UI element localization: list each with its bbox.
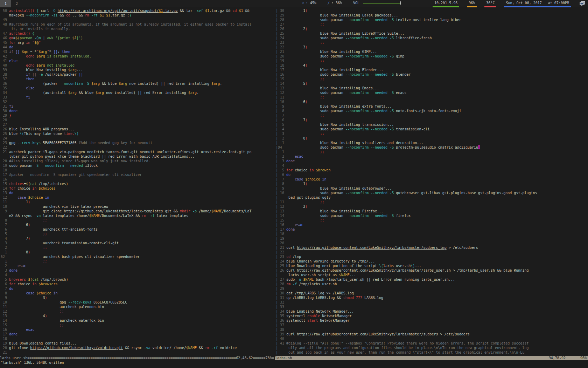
code-segment	[9, 291, 26, 295]
code-segment: > /etc/sudoers	[438, 332, 470, 336]
code-segment: choices	[9, 182, 24, 186]
code-segment: --noconfirm	[41, 164, 64, 168]
temperature-module: 36°C	[484, 0, 496, 7]
code-segment: bash /tmp/larbs_user.sh || red Error whe…	[314, 278, 455, 281]
code-segment: git clone	[9, 346, 30, 350]
code-text: do	[7, 45, 276, 49]
code-text: #packer --noconfirm -S ncpamixer-git spe…	[7, 172, 276, 177]
code-segment: )	[305, 9, 307, 13]
code-segment: --needed	[371, 18, 387, 22]
code-text: git clone https://github.com/lukesmithxy…	[7, 209, 276, 213]
code-segment: 4	[9, 314, 45, 318]
code-segment: -S	[390, 18, 394, 22]
code-line: |5 blue Now installing transmission...	[276, 122, 588, 127]
workspace-2[interactable]: 2	[11, 0, 22, 7]
code-segment: esac	[295, 155, 303, 158]
line-number	[278, 346, 284, 350]
code-segment: $NAME	[303, 278, 314, 281]
code-segment: #Also installing i3lock, since i3-gaps w…	[9, 159, 150, 163]
line-number: 35	[1, 86, 7, 90]
code-text: aurcheck ttf-ancient-fonts	[7, 227, 276, 232]
code-segment: esac	[295, 223, 303, 227]
code-line: 18	[1, 168, 276, 172]
line-number: 26	[1, 127, 7, 131]
code-segment: then	[26, 77, 34, 81]
code-segment: for	[286, 168, 293, 172]
time-text: at 07:00PM	[548, 1, 569, 5]
battery-percent: 96%	[469, 1, 475, 5]
line-number: 7	[278, 113, 284, 118]
code-text: sudo pacman --noconfirm --needed -S emac…	[284, 90, 588, 95]
code-segment: --needed	[371, 127, 387, 131]
code-segment: $choice	[36, 291, 51, 295]
code-line: 22	[1, 145, 276, 150]
code-segment: https://raw.githubusercontent.com/LukeSm…	[297, 246, 446, 250]
line-number: 36	[1, 81, 7, 86]
code-text: blue Now installing extra fonts...	[284, 104, 588, 109]
code-text: sudo pacman -S --noconfirm --needed i3lo…	[7, 163, 276, 168]
code-segment: blue	[9, 132, 20, 136]
code-segment	[286, 41, 320, 45]
line-number: 16	[278, 223, 284, 227]
line-number: 1	[1, 250, 7, 254]
code-segment: arg	[15, 41, 26, 45]
code-segment: && rsync	[123, 346, 144, 350]
code-segment: 6	[286, 100, 305, 104]
code-segment: /tmp/larbs_user.sh	[297, 282, 337, 286]
code-segment: echo	[26, 63, 34, 67]
code-segment: ;;	[320, 95, 324, 99]
code-segment: $@	[34, 41, 38, 45]
code-text: 4)	[7, 314, 276, 318]
code-line: 23gpg --recv-keys 5FAF0A6EE7371805 #Add …	[1, 141, 276, 145]
code-segment: curl	[286, 332, 297, 336]
code-segment: blue Now installing Firefox...	[286, 209, 383, 213]
code-segment	[286, 95, 320, 99]
code-text	[7, 118, 276, 122]
code-segment: -S	[390, 54, 394, 58]
line-number: 5	[278, 122, 284, 127]
code-text: #Also installing i3lock, since i3-gaps w…	[7, 159, 276, 163]
code-text: blue Installing AUR programs...	[7, 127, 276, 131]
code-segment: makepkg	[9, 13, 26, 17]
code-segment: $arg	[68, 68, 77, 72]
code-segment: ;;	[43, 218, 47, 222]
left-pane[interactable]: 50aurinstall() { curl -O https://aur.arc…	[0, 8, 276, 356]
line-number: 37	[278, 323, 284, 327]
line-number	[278, 273, 284, 277]
code-segment: ;;	[43, 259, 47, 263]
code-line: |30cat /tmp/LARBS.log >> /LARBS.log	[276, 291, 588, 295]
code-text: for choice in $choices	[7, 186, 276, 191]
code-segment: .tar.gz &&	[209, 9, 232, 13]
code-line: 21aurcheck packer i3-gaps vim-pathogen n…	[1, 150, 276, 154]
line-number: 40	[1, 63, 7, 68]
code-segment: )	[28, 200, 30, 204]
volume-slider[interactable]	[363, 0, 423, 6]
line-number: 29	[1, 113, 7, 118]
code-text: aurcheck palemoon-bin	[7, 305, 276, 309]
code-line: |27 ;;	[276, 22, 588, 27]
line-number: 12	[1, 195, 7, 200]
code-segment: .	[197, 91, 199, 95]
volume-module: VOL	[351, 0, 425, 7]
code-segment: blue Now installing transmission...	[286, 123, 394, 127]
code-text: (aurinstall $arg && blue $arg now instal…	[7, 90, 276, 95]
line-number: 27	[278, 277, 284, 282]
code-text: 8)	[7, 250, 276, 254]
code-text: ;;	[7, 245, 276, 250]
line-number: 27	[1, 122, 7, 127]
tray-monitor-icon[interactable]	[580, 1, 585, 6]
code-line: |19	[276, 236, 588, 241]
workspace-1[interactable]: 1	[0, 0, 11, 7]
code-text: systemctl start NetworkManager	[284, 318, 588, 323]
code-segment: https://github.com/lukesmithxyz/latex-te…	[64, 209, 172, 213]
code-text	[284, 163, 588, 168]
code-text: choices=$(cat /tmp/.choices)	[7, 182, 276, 186]
line-number: 13	[1, 314, 7, 318]
code-line: |10 sudo pacman --noconfirm --needed -S …	[276, 191, 588, 195]
right-pane[interactable]: |30 1)|29 blue Now installing LaTeX pack…	[276, 8, 588, 356]
code-segment: aurcheck ttf-ancient-fonts	[9, 227, 98, 231]
code-text: fi	[7, 104, 276, 109]
code-segment: --needed	[371, 109, 387, 113]
line-number: 11	[1, 305, 7, 309]
active-scroll-percent: 96%	[580, 356, 587, 360]
